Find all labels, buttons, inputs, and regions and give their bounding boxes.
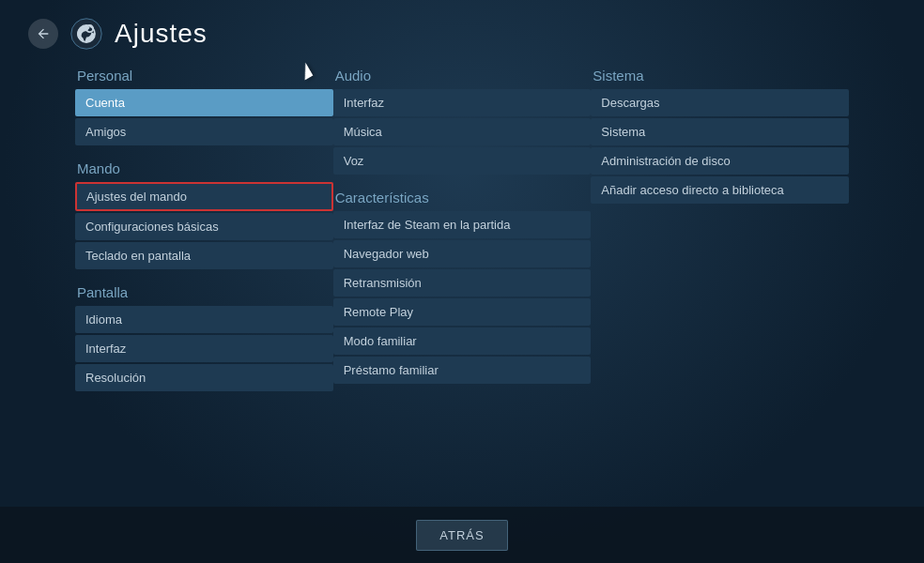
sidebar-item-navegador-web[interactable]: Navegador web	[333, 240, 592, 267]
audio-heading: Audio	[333, 68, 592, 84]
bottom-bar: ATRÁS	[0, 507, 924, 563]
sidebar-item-acceso-biblioteca[interactable]: Añadir acceso directo a biblioteca	[591, 176, 849, 204]
sistema-heading: Sistema	[591, 68, 849, 84]
caracteristicas-section: Características Interfaz de Steam en la …	[333, 190, 592, 384]
page-wrapper: Ajustes Personal Cuenta Amigos Mando Aju…	[0, 0, 924, 563]
sidebar-item-amigos[interactable]: Amigos	[75, 118, 333, 145]
sidebar-item-interfaz-partida[interactable]: Interfaz de Steam en la partida	[333, 211, 592, 238]
sidebar-item-remote-play[interactable]: Remote Play	[333, 298, 592, 326]
audio-section: Audio Interfaz Música Voz	[333, 68, 592, 175]
back-atras-button[interactable]: ATRÁS	[416, 520, 507, 551]
middle-column: Audio Interfaz Música Voz Característica…	[333, 68, 592, 393]
sidebar-item-musica[interactable]: Música	[333, 118, 592, 145]
header: Ajustes	[0, 0, 924, 68]
sidebar-item-interfaz-pantalla[interactable]: Interfaz	[75, 335, 333, 362]
main-content: Personal Cuenta Amigos Mando Ajustes del…	[0, 68, 924, 393]
pantalla-section: Pantalla Idioma Interfaz Resolución	[75, 284, 333, 391]
sidebar-item-cuenta[interactable]: Cuenta	[75, 89, 333, 116]
personal-heading: Personal	[75, 68, 333, 84]
back-arrow-icon	[36, 26, 51, 41]
sidebar-item-voz[interactable]: Voz	[333, 147, 592, 175]
sidebar-item-resolucion[interactable]: Resolución	[75, 364, 333, 391]
sistema-section: Sistema Descargas Sistema Administración…	[591, 68, 849, 204]
page-title: Ajustes	[115, 19, 208, 49]
sidebar-item-config-basicas[interactable]: Configuraciones básicas	[75, 213, 333, 240]
sidebar-item-interfaz-audio[interactable]: Interfaz	[333, 89, 592, 116]
sidebar-item-idioma[interactable]: Idioma	[75, 306, 333, 333]
left-column: Personal Cuenta Amigos Mando Ajustes del…	[75, 68, 333, 393]
sidebar-item-admin-disco[interactable]: Administración de disco	[591, 147, 849, 175]
steam-logo-icon	[69, 17, 103, 51]
mando-heading: Mando	[75, 160, 333, 176]
sidebar-item-descargas[interactable]: Descargas	[591, 89, 849, 116]
back-button[interactable]	[28, 19, 58, 49]
personal-section: Personal Cuenta Amigos	[75, 68, 333, 145]
svg-point-0	[71, 19, 101, 49]
mando-section: Mando Ajustes del mando Configuraciones …	[75, 160, 333, 269]
sidebar-item-sistema[interactable]: Sistema	[591, 118, 849, 145]
right-column: Sistema Descargas Sistema Administración…	[591, 68, 849, 393]
sidebar-item-retransmision[interactable]: Retransmisión	[333, 269, 592, 297]
sidebar-item-modo-familiar[interactable]: Modo familiar	[333, 327, 592, 355]
pantalla-heading: Pantalla	[75, 284, 333, 300]
caracteristicas-heading: Características	[333, 190, 592, 205]
sidebar-item-ajustes-mando[interactable]: Ajustes del mando	[75, 182, 333, 211]
sidebar-item-prestamo-familiar[interactable]: Préstamo familiar	[333, 357, 592, 384]
sidebar-item-teclado-pantalla[interactable]: Teclado en pantalla	[75, 242, 333, 269]
